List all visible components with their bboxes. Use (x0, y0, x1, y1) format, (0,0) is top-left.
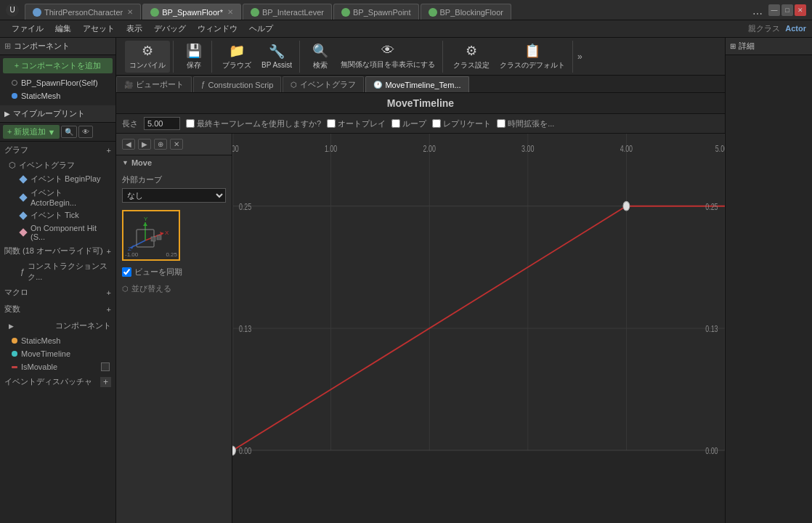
menu-debug[interactable]: デバッグ (148, 22, 192, 36)
close-tab-thirdperson[interactable]: ✕ (127, 8, 133, 16)
replicate-label: レプリケート (443, 118, 491, 129)
var-ismovable[interactable]: IsMovable (0, 360, 115, 373)
length-input[interactable] (144, 117, 180, 130)
tab-viewport[interactable]: 🎥 ビューポート (116, 76, 192, 92)
var-movetimeline[interactable]: MoveTimeline (0, 347, 115, 360)
last-keyframe-checkbox[interactable] (186, 119, 195, 128)
tab-construction[interactable]: ƒ Construction Scrip (193, 76, 281, 92)
menu-asset[interactable]: アセット (77, 22, 121, 36)
content-tabs: 🎥 ビューポート ƒ Construction Scrip ⬡ イベントグラフ … (116, 76, 725, 93)
main-toolbar: ⚙ コンパイル 💾 保存 📁 ブラウズ 🔧 BP Assist (116, 38, 725, 76)
functions-add-btn[interactable]: + (107, 247, 111, 256)
viewport-label: ビューポート (136, 79, 184, 90)
menu-edit[interactable]: 編集 (49, 22, 77, 36)
time-stretch-checkbox[interactable] (497, 119, 506, 128)
tab-overflow[interactable]: ⋯ (752, 8, 763, 20)
track-nav-right[interactable]: ▶ (138, 139, 151, 150)
search-bp-button[interactable]: 🔍 (61, 126, 77, 138)
constructor-func[interactable]: ƒ コンストラクションスク... (0, 259, 115, 284)
new-add-button[interactable]: + 新規追加 ▼ (3, 125, 60, 139)
svg-text:0.00: 0.00 (232, 143, 239, 153)
tab-label-blockingfloor: BP_BlockingFloor (440, 8, 503, 17)
close-tab-spawnfloor[interactable]: ✕ (227, 8, 233, 16)
minimize-button[interactable]: — (768, 4, 780, 16)
right-panel: ⊞ 詳細 (725, 38, 812, 523)
svg-text:0.25: 0.25 (705, 201, 718, 211)
save-button[interactable]: 💾 保存 (179, 41, 208, 73)
new-add-arrow: ▼ (47, 128, 55, 137)
graph-left: ◀ ▶ ⊕ ✕ ▼ Move 外部カーブ なし (116, 134, 232, 523)
event-graph-item[interactable]: ⬡ イベントグラフ (0, 158, 115, 172)
macros-section[interactable]: マクロ + (0, 284, 115, 301)
bp-assist-button[interactable]: 🔧 BP Assist (257, 41, 296, 73)
eventgraph-icon: ⬡ (291, 81, 297, 89)
components-icon: ⊞ (4, 41, 11, 51)
var-check-ismovable[interactable] (101, 362, 110, 371)
length-label: 長さ (122, 118, 138, 129)
loop-check[interactable]: ループ (391, 118, 426, 129)
tab-blockingfloor[interactable]: BP_BlockingFloor (421, 4, 511, 20)
functions-section[interactable]: 関数 (18 オーバーライド可) + (0, 243, 115, 259)
event-componenthit-label: On Component Hit (S... (31, 224, 110, 241)
track-remove[interactable]: ✕ (170, 139, 183, 150)
event-tick[interactable]: イベント Tick (0, 208, 115, 222)
graph-canvas[interactable]: 0.00 1.00 2.00 3.00 4.00 5.00 0.25 0.13 … (232, 134, 725, 523)
add-component-button[interactable]: + コンポーネントを追加 (3, 58, 113, 73)
compile-button[interactable]: ⚙ コンパイル (125, 41, 170, 73)
svg-text:0.13: 0.13 (239, 323, 251, 333)
eye-bp-button[interactable]: 👁 (78, 126, 93, 138)
close-button[interactable]: ✕ (795, 4, 806, 16)
event-actorbegin-label: イベント ActorBegin... (31, 187, 110, 207)
graph-section[interactable]: グラフ + (0, 142, 115, 158)
class-settings-button[interactable]: ⚙ クラス設定 (449, 41, 494, 73)
hide-label: 無関係な項目を非表示にする (341, 60, 435, 70)
time-stretch-check[interactable]: 時間拡張を... (497, 118, 554, 129)
track-add-key[interactable]: ⊕ (154, 139, 167, 150)
tab-movetimeline[interactable]: 🕐 MoveTimeline_Tem... (365, 76, 468, 92)
loop-checkbox[interactable] (391, 119, 400, 128)
menu-help[interactable]: ヘルプ (243, 22, 279, 36)
dispatch-add-button[interactable]: + (100, 377, 111, 387)
tab-thirdperson[interactable]: ThirdPersonCharacter ✕ (25, 4, 141, 20)
tab-icon-spawnpoint (341, 8, 350, 17)
event-actorbegin[interactable]: イベント ActorBegin... (0, 186, 115, 208)
autoplay-check[interactable]: オートプレイ (327, 118, 386, 129)
event-componenthit[interactable]: On Component Hit (S... (0, 222, 115, 243)
var-staticmesh[interactable]: StaticMesh (0, 334, 115, 347)
svg-text:3.00: 3.00 (521, 143, 534, 153)
tab-spawnpoint[interactable]: BP_SpawnPoint (333, 4, 419, 20)
new-add-label: + 新規追加 (7, 126, 46, 137)
browse-button[interactable]: 📁 ブラウズ (218, 41, 256, 73)
curve-select[interactable]: なし (122, 188, 226, 203)
search-button[interactable]: 🔍 検索 (306, 41, 335, 73)
replicate-check[interactable]: レプリケート (432, 118, 491, 129)
replicate-checkbox[interactable] (432, 119, 441, 128)
menu-file[interactable]: ファイル (6, 22, 49, 36)
autoplay-checkbox[interactable] (327, 119, 336, 128)
tab-eventgraph[interactable]: ⬡ イベントグラフ (283, 76, 364, 92)
svg-text:Y: Y (144, 216, 148, 222)
graph-add-btn[interactable]: + (107, 146, 111, 155)
view-sync-checkbox[interactable] (122, 267, 131, 277)
browse-icon: 📁 (229, 43, 245, 59)
menu-window[interactable]: ウィンドウ (192, 22, 243, 36)
track-nav-left[interactable]: ◀ (122, 139, 135, 150)
vars-section[interactable]: 変数 + (0, 301, 115, 317)
class-defaults-button[interactable]: 📋 クラスのデフォルト (495, 41, 569, 73)
svg-text:2.00: 2.00 (423, 143, 436, 153)
components-var-section[interactable]: ▶ コンポーネント (0, 317, 115, 334)
menu-view[interactable]: 表示 (121, 22, 148, 36)
macros-add-btn[interactable]: + (107, 288, 111, 297)
last-keyframe-check[interactable]: 最終キーフレームを使用しますか? (186, 118, 321, 129)
macros-label: マクロ (4, 287, 28, 298)
component-self[interactable]: BP_SpawnFloor(Self) (0, 76, 115, 89)
tab-interactlever[interactable]: BP_InteractLever (243, 4, 332, 20)
hide-irrelevant-button[interactable]: 👁 無関係な項目を非表示にする (336, 41, 439, 73)
maximize-button[interactable]: □ (781, 4, 793, 16)
tab-spawnfloor[interactable]: BP_SpawnFloor* ✕ (142, 4, 241, 20)
vars-add-btn[interactable]: + (107, 305, 111, 314)
toolbar-more-button[interactable]: » (576, 50, 584, 63)
component-staticmesh[interactable]: StaticMesh (0, 89, 115, 102)
move-arrow: ▼ (122, 159, 129, 166)
event-beginplay[interactable]: イベント BeginPlay (0, 172, 115, 186)
